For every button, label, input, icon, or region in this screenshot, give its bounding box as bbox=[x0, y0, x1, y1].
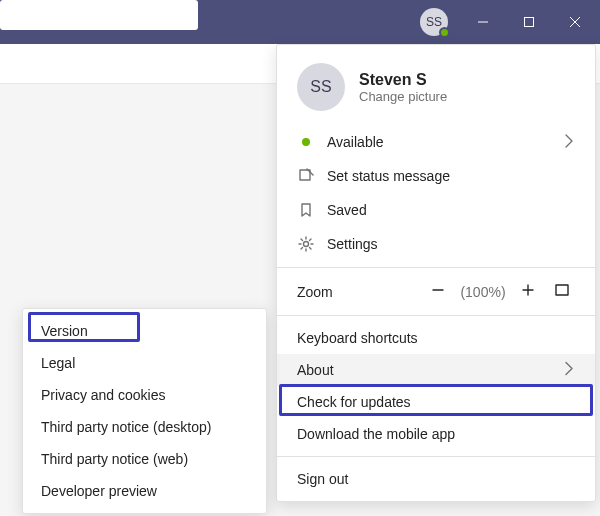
zoom-controls: Zoom (100%) bbox=[277, 274, 595, 309]
profile-avatar[interactable]: SS bbox=[297, 63, 345, 111]
profile-display-name: Steven S bbox=[359, 71, 447, 89]
menu-label: Keyboard shortcuts bbox=[297, 330, 418, 346]
about-dev-preview-item[interactable]: Developer preview bbox=[23, 475, 266, 507]
menu-label: About bbox=[297, 362, 334, 378]
set-status-message-item[interactable]: Set status message bbox=[277, 159, 595, 193]
presence-indicator-icon bbox=[439, 27, 450, 38]
avatar-initials: SS bbox=[426, 15, 442, 29]
settings-item[interactable]: Settings bbox=[277, 227, 595, 261]
menu-label: Sign out bbox=[297, 471, 348, 487]
menu-label: Version bbox=[41, 323, 88, 339]
window-controls bbox=[460, 0, 598, 44]
about-tpn-web-item[interactable]: Third party notice (web) bbox=[23, 443, 266, 475]
chevron-right-icon bbox=[561, 361, 577, 380]
profile-avatar-small[interactable]: SS bbox=[420, 8, 448, 36]
svg-rect-4 bbox=[300, 170, 310, 180]
avatar-initials: SS bbox=[310, 78, 331, 96]
about-legal-item[interactable]: Legal bbox=[23, 347, 266, 379]
about-privacy-item[interactable]: Privacy and cookies bbox=[23, 379, 266, 411]
sign-out-item[interactable]: Sign out bbox=[277, 463, 595, 495]
menu-label: Check for updates bbox=[297, 394, 411, 410]
saved-item[interactable]: Saved bbox=[277, 193, 595, 227]
svg-rect-1 bbox=[525, 18, 534, 27]
menu-label: Download the mobile app bbox=[297, 426, 455, 442]
menu-label: Saved bbox=[327, 202, 367, 218]
about-tpn-desktop-item[interactable]: Third party notice (desktop) bbox=[23, 411, 266, 443]
about-version-item[interactable]: Version bbox=[23, 315, 266, 347]
fullscreen-button[interactable] bbox=[549, 282, 575, 301]
keyboard-shortcuts-item[interactable]: Keyboard shortcuts bbox=[277, 322, 595, 354]
status-row[interactable]: Available bbox=[277, 125, 595, 159]
close-button[interactable] bbox=[552, 0, 598, 44]
title-bar: SS bbox=[0, 0, 600, 44]
about-submenu: Version Legal Privacy and cookies Third … bbox=[22, 308, 267, 514]
menu-label: Settings bbox=[327, 236, 378, 252]
separator bbox=[277, 315, 595, 316]
menu-label: Third party notice (web) bbox=[41, 451, 188, 467]
profile-menu: SS Steven S Change picture Available Set… bbox=[276, 44, 596, 502]
presence-available-icon bbox=[297, 133, 315, 151]
chevron-right-icon bbox=[561, 133, 577, 152]
search-input[interactable] bbox=[0, 0, 198, 30]
maximize-button[interactable] bbox=[506, 0, 552, 44]
edit-icon bbox=[297, 167, 315, 185]
check-for-updates-item[interactable]: Check for updates bbox=[277, 386, 595, 418]
svg-point-5 bbox=[304, 242, 309, 247]
profile-header: SS Steven S Change picture bbox=[277, 53, 595, 125]
svg-rect-9 bbox=[556, 285, 568, 295]
menu-label: Set status message bbox=[327, 168, 450, 184]
status-label: Available bbox=[327, 134, 384, 150]
zoom-label: Zoom bbox=[297, 284, 333, 300]
bookmark-icon bbox=[297, 201, 315, 219]
menu-label: Legal bbox=[41, 355, 75, 371]
zoom-value: (100%) bbox=[459, 284, 507, 300]
about-item[interactable]: About bbox=[277, 354, 595, 386]
download-mobile-item[interactable]: Download the mobile app bbox=[277, 418, 595, 450]
separator bbox=[277, 267, 595, 268]
menu-label: Third party notice (desktop) bbox=[41, 419, 211, 435]
menu-label: Developer preview bbox=[41, 483, 157, 499]
zoom-in-button[interactable] bbox=[515, 282, 541, 301]
menu-label: Privacy and cookies bbox=[41, 387, 166, 403]
separator bbox=[277, 456, 595, 457]
gear-icon bbox=[297, 235, 315, 253]
zoom-out-button[interactable] bbox=[425, 282, 451, 301]
change-picture-link[interactable]: Change picture bbox=[359, 89, 447, 104]
minimize-button[interactable] bbox=[460, 0, 506, 44]
